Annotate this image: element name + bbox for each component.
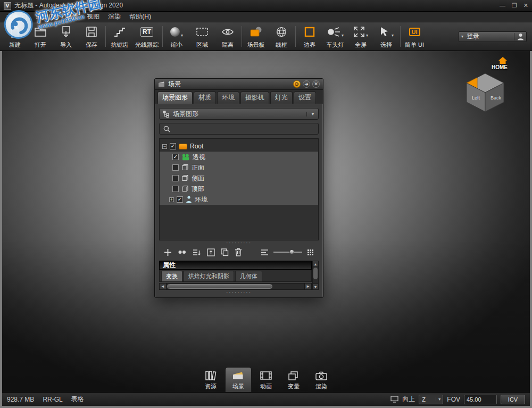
fov-label: FOV xyxy=(447,396,460,403)
drag-grip[interactable]: ········· xyxy=(159,240,319,245)
minimize-button[interactable]: — xyxy=(500,2,505,9)
viewcube-home[interactable]: HOME xyxy=(492,56,508,70)
menu-scene[interactable]: 场景 xyxy=(61,11,82,22)
tab-settings[interactable]: 设置 xyxy=(294,91,316,104)
delete-button[interactable] xyxy=(235,248,242,256)
up-axis-value: Z xyxy=(419,396,436,403)
maximize-button[interactable]: ❐ xyxy=(512,2,517,9)
slider-knob[interactable] xyxy=(289,249,294,254)
icon-size-slider[interactable] xyxy=(273,249,302,255)
sort-list-button[interactable] xyxy=(193,248,201,256)
scroll-left-arrow[interactable]: ◄ xyxy=(160,284,167,289)
vertical-scrollbar[interactable]: ▲ ▼ xyxy=(312,261,319,290)
scene-search-input[interactable] xyxy=(173,125,314,132)
login-label: 登录 xyxy=(467,32,479,41)
properties-tabs: 变换 烘焙灯光和阴影 几何体 xyxy=(159,270,312,282)
checkbox[interactable]: ✓ xyxy=(170,143,176,149)
menu-view[interactable]: 视图 xyxy=(82,11,104,22)
tree-item-perspective[interactable]: ✓ 透视 xyxy=(160,152,318,162)
toolbar-new[interactable]: 新建 xyxy=(2,23,28,49)
toolbar-antialias[interactable]: 抗锯齿 xyxy=(107,23,132,49)
tree-item-front[interactable]: 正面 xyxy=(160,162,318,173)
menu-help[interactable]: 帮助(H) xyxy=(125,11,155,22)
prop-tab-baked-light[interactable]: 烘焙灯光和阴影 xyxy=(184,271,234,281)
menu-file[interactable]: 文件(F) xyxy=(2,11,31,22)
prop-tab-transform[interactable]: 变换 xyxy=(161,271,182,281)
toolbar-fullscreen[interactable]: ▾ 全屏 xyxy=(348,23,373,49)
toolbar-save[interactable]: 保存 xyxy=(79,23,104,49)
dialog-close-button[interactable]: ✕ xyxy=(312,80,320,88)
toolbar-isolate[interactable]: 隔离 xyxy=(215,23,240,49)
toolbar-headlight[interactable]: ▾ 车头灯 xyxy=(322,23,348,49)
toolbar-region[interactable]: 区域 xyxy=(189,23,215,49)
home-label: HOME xyxy=(492,64,508,70)
expand-icon[interactable]: + xyxy=(169,197,174,202)
checkbox[interactable]: ✓ xyxy=(172,154,179,160)
scene-search[interactable] xyxy=(159,123,319,135)
tree-item-side[interactable]: 侧面 xyxy=(160,173,318,184)
dock-render[interactable]: 渲染 xyxy=(308,367,335,392)
tab-material[interactable]: 材质 xyxy=(194,91,216,104)
dialog-badge-d[interactable]: D xyxy=(293,80,301,88)
menu-bar: 文件(F) 编辑(E) 场景 视图 渲染 帮助(H) xyxy=(0,12,532,22)
add-node-button[interactable] xyxy=(164,248,172,256)
duplicate-button[interactable] xyxy=(221,248,229,256)
toolbar-raytrace[interactable]: RT 光线跟踪 xyxy=(132,23,161,49)
dock-assets[interactable]: 资源 xyxy=(197,367,224,392)
toolbar-wireframe[interactable]: 线框 xyxy=(269,23,294,49)
fov-input[interactable] xyxy=(464,395,497,404)
move-up-button[interactable] xyxy=(207,248,215,256)
checkbox[interactable]: ✓ xyxy=(177,196,183,203)
root-node-icon xyxy=(179,144,187,149)
toolbar-separator xyxy=(105,26,106,47)
tab-light[interactable]: 灯光 xyxy=(270,91,293,104)
dock-scene[interactable]: 场景 xyxy=(225,367,252,392)
dock-variants[interactable]: 变量 xyxy=(280,367,307,392)
drag-grip[interactable]: ········· xyxy=(159,290,319,295)
tab-scenegraph[interactable]: 场景图形 xyxy=(157,91,193,104)
tree-item-root[interactable]: − ✓ Root xyxy=(160,141,318,152)
menu-render[interactable]: 渲染 xyxy=(104,11,125,22)
horizontal-scrollbar[interactable]: ◄ ► xyxy=(159,283,312,290)
checkbox[interactable] xyxy=(172,186,179,192)
up-axis-dropdown[interactable]: Z ▼ xyxy=(419,395,443,404)
toolbar-open[interactable]: 打开 xyxy=(28,23,53,49)
instances-button[interactable] xyxy=(178,249,187,255)
toolbar-import[interactable]: 导入 xyxy=(53,23,79,49)
scrollbar-thumb[interactable] xyxy=(313,268,318,279)
scrollbar-thumb[interactable] xyxy=(167,284,272,289)
plane-icon xyxy=(181,185,189,193)
toolbar-sceneplate[interactable]: 场景板 xyxy=(243,23,269,49)
toolbar-separator xyxy=(295,26,296,47)
collapse-icon[interactable]: − xyxy=(162,144,167,149)
checkbox[interactable] xyxy=(172,175,179,181)
plane-icon xyxy=(181,164,189,171)
scroll-down-arrow[interactable]: ▼ xyxy=(313,284,318,289)
view-cube[interactable]: HOME Left Back xyxy=(460,56,511,113)
dialog-detach-button[interactable]: ➜ xyxy=(303,80,310,88)
tree-item-environment[interactable]: + ✓ 环境 xyxy=(160,194,318,205)
icv-button[interactable]: ICV xyxy=(501,395,525,404)
grid-view-icon[interactable] xyxy=(307,249,314,256)
tree-label: 正面 xyxy=(192,163,204,172)
scroll-up-arrow[interactable]: ▲ xyxy=(313,261,318,267)
memory-indicator: 928.7 MB xyxy=(7,396,34,403)
toolbar-zoom-out[interactable]: ▾ 缩小 xyxy=(164,23,189,49)
toolbar-simple-ui[interactable]: UI 简单 UI xyxy=(402,23,427,49)
tab-camera[interactable]: 摄影机 xyxy=(240,91,269,104)
menu-edit[interactable]: 编辑(E) xyxy=(31,11,61,22)
login-dropdown[interactable]: ▾ 登录 xyxy=(459,31,527,42)
toolbar-boundary[interactable]: 边界 xyxy=(297,23,322,49)
scene-dialog-titlebar[interactable]: 场景 D ➜ ✕ xyxy=(155,79,323,90)
scroll-right-arrow[interactable]: ► xyxy=(304,284,311,289)
dock-animation[interactable]: 动画 xyxy=(253,367,279,392)
prop-tab-geometry[interactable]: 几何体 xyxy=(235,271,262,281)
display-options-icon[interactable] xyxy=(261,249,269,256)
close-button[interactable]: ✕ xyxy=(523,2,528,9)
scenegraph-selector[interactable]: 场景图形 ▼ xyxy=(159,108,319,120)
toolbar-select[interactable]: ▾ 选择 xyxy=(373,23,399,49)
viewport-3d[interactable]: HOME Left Back 场景 D ➜ xyxy=(2,51,530,392)
checkbox[interactable] xyxy=(172,164,179,171)
tree-item-top[interactable]: 顶部 xyxy=(160,184,318,194)
tab-environment[interactable]: 环境 xyxy=(217,91,239,104)
